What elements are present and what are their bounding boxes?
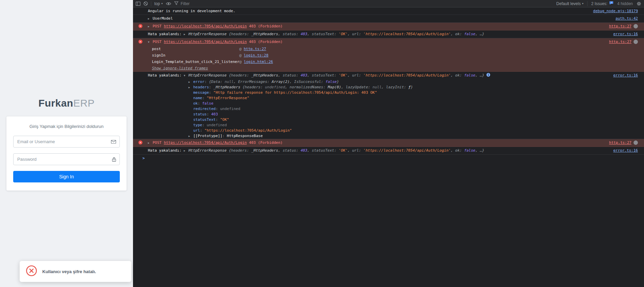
console-messages: Angular is running in development mode.d… [133, 7, 644, 287]
show-ignore-listed-link[interactable]: Show ignore-listed frames [152, 66, 208, 70]
console-token: 'OK' [339, 148, 348, 153]
source-location-link[interactable]: auth.ts:42 [616, 16, 638, 21]
console-token: POST [153, 140, 164, 145]
console-token: UserModel [153, 16, 173, 21]
live-expression-eye-icon[interactable] [166, 2, 171, 6]
code-link[interactable]: https://localhost:7054/api/Auth/Login [164, 140, 247, 145]
console-token: : [209, 90, 213, 95]
console-sidebar-icon[interactable] [136, 2, 140, 6]
info-icon[interactable] [486, 73, 490, 78]
source-location-link[interactable]: debug_node.mjs:18179 [593, 8, 638, 14]
console-token: 403 (Forbidden) [247, 140, 283, 145]
console-token: POST [153, 24, 164, 28]
expand-caret[interactable]: ▸ [148, 24, 153, 29]
console-token: _HttpHeaders [214, 85, 243, 89]
console-prompt-row[interactable]: > [133, 155, 644, 157]
filter-input[interactable] [181, 1, 408, 6]
console-token: } [410, 85, 413, 89]
console-token: Map(0) [328, 85, 341, 89]
expand-caret[interactable]: ▸ [148, 140, 153, 146]
code-link[interactable]: login.ts:28 [244, 53, 268, 58]
console-token: : [202, 96, 207, 100]
password-input[interactable] [13, 153, 120, 165]
console-token: , normalizedNames: [285, 85, 328, 89]
source-location-link[interactable]: http.ts:27 [609, 140, 631, 145]
console-token: false [464, 73, 475, 78]
console-token: Hata yakalandı: [148, 148, 184, 153]
console-token: _HttpHeaders [251, 148, 278, 153]
console-token: false [326, 80, 337, 84]
console-token: , status: [278, 148, 301, 153]
console-token: false [464, 148, 475, 153]
sign-in-button[interactable]: Sign In [13, 171, 120, 182]
console-token: , lazyInit: [381, 85, 408, 89]
prop-headers: ▸headers: _HttpHeaders {headers: undefin… [133, 85, 644, 90]
console-token: {headers: [243, 85, 265, 89]
console-token: 403 [301, 32, 307, 36]
console-row-caught-error-preview: Hata yakalandı: ▸ HttpErrorResponse {hea… [133, 30, 644, 38]
expand-caret[interactable]: ▾ [148, 40, 153, 45]
prop-ok: ok: false [133, 101, 644, 106]
login-page: FurkanERP Giriş Yapmak için Bilgileriniz… [0, 0, 133, 287]
source-location: debug_node.mjs:18179 [593, 8, 638, 14]
source-location: http.ts:27 [609, 140, 638, 145]
source-location-link[interactable]: http.ts:27 [609, 24, 631, 29]
code-link[interactable]: https://localhost:7054/api/Auth/Login [164, 24, 247, 28]
console-token: signIn [152, 53, 239, 58]
code-link[interactable]: login.html:26 [244, 60, 273, 64]
toolbar-right: Default levels ▾ 2 Issues: 2 4 hidden [556, 1, 641, 6]
stack-frame-button-listener: Login_Template_button_click_21_listener@… [133, 59, 644, 65]
prop-name: name: "HttpErrorResponse" [133, 95, 644, 101]
console-row-caught-error-preview-second: Hata yakalandı: ▸ HttpErrorResponse {hea… [133, 147, 644, 155]
console-token: , …} [475, 32, 485, 36]
insight-icon[interactable] [634, 40, 638, 44]
code-link[interactable]: https://localhost:7054/api/Auth/Login [164, 40, 247, 44]
expand-caret: ▸ [184, 148, 188, 153]
console-token: {Data: [209, 80, 224, 84]
password-field [13, 153, 120, 165]
console-token: status [193, 112, 207, 116]
username-input[interactable] [13, 136, 120, 148]
source-location-link[interactable]: http.ts:27 [609, 39, 631, 44]
source-location: http.ts:27 [609, 24, 638, 29]
code-link[interactable]: http.ts:27 [244, 47, 266, 51]
clear-console-icon[interactable] [143, 1, 148, 6]
insight-icon[interactable] [634, 24, 638, 28]
error-icon: × [138, 140, 142, 145]
expand-caret[interactable]: ▸ [188, 85, 193, 90]
insight-icon[interactable] [634, 140, 638, 145]
console-token: : [207, 112, 211, 116]
console-row-caught-error-expanded: Hata yakalandı: ▾ HttpErrorResponse {hea… [133, 72, 644, 79]
console-token: 403 (Forbidden) [247, 24, 283, 28]
expand-caret[interactable]: ▸ [188, 80, 193, 84]
error-toast[interactable]: Kullanıcı veya şifre hatalı. [20, 261, 131, 282]
source-location-link[interactable]: error.ts:16 [613, 73, 638, 78]
settings-gear-icon[interactable] [637, 1, 641, 6]
expand-caret[interactable]: ▸ [148, 16, 153, 21]
source-location-link[interactable]: error.ts:16 [613, 148, 638, 153]
source-location-link[interactable]: error.ts:16 [613, 31, 638, 37]
chevron-down-icon: ▾ [582, 2, 583, 5]
issues-counter[interactable]: 2 Issues: 2 [587, 1, 614, 6]
console-token: 403 [301, 148, 307, 153]
console-token: name [193, 96, 202, 100]
console-token: undefined [207, 123, 227, 127]
error-icon: × [138, 40, 142, 44]
filter-box [174, 1, 553, 6]
console-token: , statusText: [307, 32, 339, 36]
brand-bold: Furkan [38, 97, 73, 109]
log-levels-label: Default levels [556, 1, 581, 6]
console-toolbar: top ▾ Default levels ▾ 2 Issues: 2 4 hid… [133, 0, 644, 7]
prompt-chevron-icon: > [142, 156, 145, 161]
console-token: false [464, 32, 475, 36]
expand-caret[interactable]: ▸ [188, 134, 193, 138]
console-token: _HttpHeaders [251, 32, 278, 36]
console-token: , url: [348, 148, 363, 153]
context-selector[interactable]: top ▾ [154, 1, 163, 6]
issues-bubble-icon: 2 [609, 1, 614, 6]
hidden-messages-count[interactable]: 4 hidden [617, 1, 633, 6]
console-token: Hata yakalandı: [148, 73, 184, 78]
console-token: type [193, 123, 202, 127]
console-token: @ [239, 53, 244, 58]
log-levels-dropdown[interactable]: Default levels ▾ [556, 1, 583, 6]
